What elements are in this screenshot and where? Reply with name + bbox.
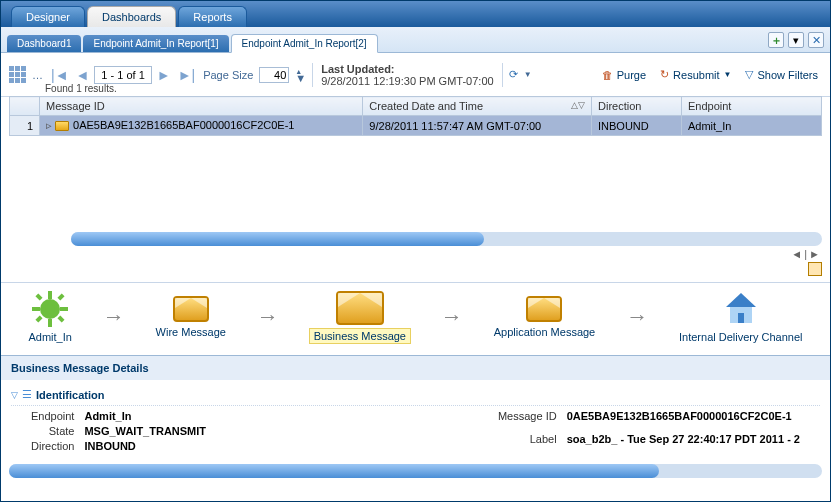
subtab-dashboard1[interactable]: Dashboard1 bbox=[7, 35, 81, 52]
svg-rect-1 bbox=[48, 291, 52, 299]
last-page-button[interactable]: ►| bbox=[176, 65, 198, 85]
refresh-icon[interactable]: ⟳ bbox=[509, 68, 518, 81]
table-horizontal-scrollbar[interactable] bbox=[71, 232, 822, 246]
envelope-icon bbox=[526, 296, 562, 322]
svg-rect-2 bbox=[48, 319, 52, 327]
sort-indicator-icon: △▽ bbox=[571, 100, 585, 110]
cell-endpoint: Admit_In bbox=[682, 116, 822, 136]
flow-label: Admit_In bbox=[28, 331, 71, 343]
filter-icon: ▽ bbox=[745, 68, 753, 81]
gear-icon bbox=[32, 291, 68, 327]
subtab-endpoint-report-1[interactable]: Endpoint Admit_In Report[1] bbox=[83, 35, 228, 52]
state-label: State bbox=[31, 425, 74, 437]
arrow-icon: → bbox=[626, 304, 648, 330]
arrow-icon: → bbox=[441, 304, 463, 330]
more-icon[interactable]: … bbox=[32, 69, 43, 81]
details-panel-header: Business Message Details bbox=[1, 355, 830, 380]
envelope-icon bbox=[336, 291, 384, 325]
purge-button[interactable]: 🗑Purge bbox=[598, 66, 650, 83]
svg-rect-3 bbox=[32, 307, 40, 311]
svg-rect-7 bbox=[58, 293, 65, 300]
message-id-value: 0AE5BA9E132B1665BAF0000016CF2C0E-1 bbox=[567, 410, 800, 430]
last-updated: Last Updated: 9/28/2011 12:19:30 PM GMT-… bbox=[312, 63, 502, 87]
section-title: Identification bbox=[36, 389, 104, 401]
svg-rect-5 bbox=[36, 293, 43, 300]
direction-value: INBOUND bbox=[84, 440, 206, 452]
next-page-button[interactable]: ► bbox=[155, 65, 173, 85]
page-size-stepper[interactable]: ▲▼ bbox=[295, 69, 306, 81]
scroll-left-icon[interactable]: ◄ bbox=[791, 248, 802, 260]
cell-message-id: ▹ 0AE5BA9E132B1665BAF0000016CF2C0E-1 bbox=[40, 116, 363, 136]
subtab-endpoint-report-2[interactable]: Endpoint Admit_In Report[2] bbox=[231, 34, 378, 53]
message-flow: Admit_In → Wire Message → Business Messa… bbox=[1, 282, 830, 355]
popout-row bbox=[1, 260, 830, 282]
refresh-dropdown[interactable]: ▼ bbox=[524, 70, 532, 79]
grid-view-icon[interactable] bbox=[9, 66, 26, 83]
col-rownum[interactable] bbox=[10, 97, 40, 116]
sub-tabs: Dashboard1 Endpoint Admit_In Report[1] E… bbox=[1, 27, 830, 53]
first-page-button[interactable]: |◄ bbox=[49, 65, 71, 85]
flow-node-business-message[interactable]: Business Message bbox=[310, 291, 410, 343]
tab-menu-dropdown[interactable]: ▾ bbox=[788, 32, 804, 48]
cell-rownum: 1 bbox=[10, 116, 40, 136]
results-table: Message ID Created Date and Time△▽ Direc… bbox=[9, 96, 822, 136]
results-table-wrap: Message ID Created Date and Time△▽ Direc… bbox=[1, 96, 830, 136]
arrow-icon: → bbox=[103, 304, 125, 330]
arrow-icon: → bbox=[257, 304, 279, 330]
flow-label: Business Message bbox=[310, 329, 410, 343]
svg-marker-10 bbox=[726, 293, 756, 307]
col-direction[interactable]: Direction bbox=[592, 97, 682, 116]
tab-designer[interactable]: Designer bbox=[11, 6, 85, 27]
tab-reports[interactable]: Reports bbox=[178, 6, 247, 27]
details-body: ▽ ☰ Identification Endpoint Admit_In Sta… bbox=[1, 380, 830, 458]
identification-section-header[interactable]: ▽ ☰ Identification bbox=[11, 384, 820, 406]
page-size-input[interactable] bbox=[259, 67, 289, 83]
house-icon bbox=[722, 291, 760, 327]
scroll-right-icon[interactable]: ► bbox=[809, 248, 820, 260]
svg-rect-12 bbox=[738, 313, 744, 323]
show-filters-button[interactable]: ▽Show Filters bbox=[741, 66, 822, 83]
svg-rect-8 bbox=[36, 315, 43, 322]
flow-node-admit-in[interactable]: Admit_In bbox=[28, 291, 71, 343]
svg-rect-6 bbox=[58, 315, 65, 322]
trash-icon: 🗑 bbox=[602, 69, 613, 81]
tab-dashboards[interactable]: Dashboards bbox=[87, 6, 176, 27]
flow-node-application-message[interactable]: Application Message bbox=[494, 296, 596, 338]
collapse-icon[interactable]: ▽ bbox=[11, 390, 18, 400]
cell-created: 9/28/2011 11:57:47 AM GMT-07:00 bbox=[363, 116, 592, 136]
message-id-label: Message ID bbox=[498, 410, 557, 430]
page-size-label: Page Size bbox=[203, 69, 253, 81]
add-tab-button[interactable]: ＋ bbox=[768, 32, 784, 48]
svg-rect-4 bbox=[60, 307, 68, 311]
table-row[interactable]: 1 ▹ 0AE5BA9E132B1665BAF0000016CF2C0E-1 9… bbox=[10, 116, 822, 136]
page-range: 1 - 1 of 1 bbox=[94, 66, 151, 84]
label-value: soa_b2b_ - Tue Sep 27 22:40:17 PDT 2011 … bbox=[567, 433, 800, 453]
label-label: Label bbox=[498, 433, 557, 453]
popout-icon[interactable] bbox=[808, 262, 822, 276]
prev-page-button[interactable]: ◄ bbox=[74, 65, 92, 85]
endpoint-value: Admit_In bbox=[84, 410, 206, 422]
direction-label: Direction bbox=[31, 440, 74, 452]
expand-icon[interactable]: ▹ bbox=[46, 119, 52, 131]
list-icon: ☰ bbox=[22, 388, 32, 401]
col-created[interactable]: Created Date and Time△▽ bbox=[363, 97, 592, 116]
endpoint-label: Endpoint bbox=[31, 410, 74, 422]
close-tab-button[interactable]: ✕ bbox=[808, 32, 824, 48]
flow-node-internal-delivery-channel[interactable]: Internal Delivery Channel bbox=[679, 291, 803, 343]
identification-fields: Endpoint Admit_In State MSG_WAIT_TRANSMI… bbox=[11, 406, 820, 452]
flow-node-wire-message[interactable]: Wire Message bbox=[156, 296, 226, 338]
resubmit-button[interactable]: ↻Resubmit▼ bbox=[656, 66, 735, 83]
primary-tabs: Designer Dashboards Reports bbox=[1, 1, 830, 27]
flow-label: Wire Message bbox=[156, 326, 226, 338]
flow-label: Application Message bbox=[494, 326, 596, 338]
details-horizontal-scrollbar[interactable] bbox=[9, 464, 822, 478]
envelope-icon bbox=[173, 296, 209, 322]
state-value: MSG_WAIT_TRANSMIT bbox=[84, 425, 206, 437]
pager: |◄ ◄ 1 - 1 of 1 ► ►| bbox=[49, 65, 197, 85]
mail-icon bbox=[55, 121, 69, 131]
resubmit-icon: ↻ bbox=[660, 68, 669, 81]
col-endpoint[interactable]: Endpoint bbox=[682, 97, 822, 116]
cell-direction: INBOUND bbox=[592, 116, 682, 136]
flow-label: Internal Delivery Channel bbox=[679, 331, 803, 343]
col-message-id[interactable]: Message ID bbox=[40, 97, 363, 116]
